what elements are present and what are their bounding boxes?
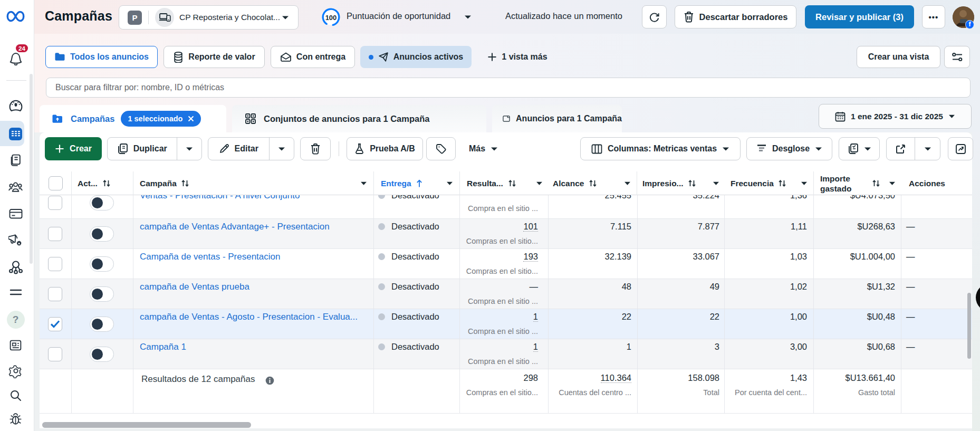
svg-text:100: 100 — [325, 14, 337, 22]
